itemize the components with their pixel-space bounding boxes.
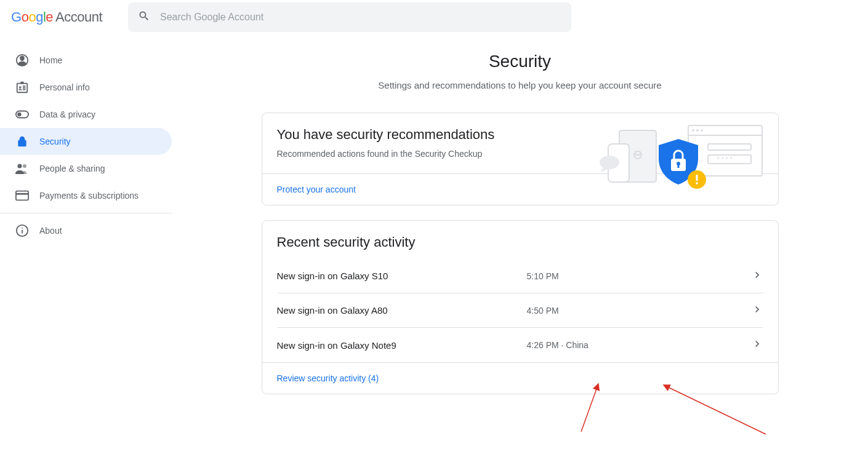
svg-point-22 [692,129,694,132]
svg-point-32 [600,156,619,169]
activity-description: New sign-in on Galaxy S10 [277,271,527,281]
review-activity-link[interactable]: Review security activity (4) [277,373,379,383]
svg-rect-15 [16,191,28,201]
credit-card-icon [15,188,30,203]
svg-point-23 [696,129,699,132]
activity-title: Recent security activity [277,234,763,250]
sidebar-item-label: Data & privacy [39,109,95,119]
svg-point-10 [17,113,21,116]
sidebar-item-label: Security [39,137,71,146]
google-account-logo[interactable]: Google Account [11,9,102,25]
app-header: Google Account [0,0,868,34]
page-title: Security [489,52,551,71]
svg-text:****: **** [717,156,734,163]
chevron-right-icon [751,338,763,352]
sidebar-item-security[interactable]: Security [0,128,172,155]
activity-timestamp: 4:50 PM [527,306,751,316]
people-icon [15,161,30,176]
sidebar-item-label: About [39,226,62,236]
svg-point-24 [701,129,703,132]
sidebar-divider [0,213,172,213]
info-icon [15,223,30,238]
toggle-icon [15,107,30,122]
search-icon [138,10,150,25]
sidebar-item-label: People & sharing [39,164,105,173]
sidebar-item-about[interactable]: About [0,217,172,244]
activity-timestamp: 4:26 PM · China [527,340,751,350]
sidebar-item-personal-info[interactable]: Personal info [0,74,172,101]
sidebar-item-label: Personal info [39,82,90,92]
activity-row[interactable]: New sign-in on Galaxy S10 5:10 PM [277,259,763,293]
sidebar-item-payments[interactable]: Payments & subscriptions [0,182,172,209]
svg-point-19 [22,228,23,229]
svg-point-5 [19,86,22,89]
sidebar-item-label: Payments & subscriptions [39,191,139,201]
svg-rect-4 [20,82,24,84]
sidebar-item-home[interactable]: Home [0,47,172,74]
activity-description: New sign-in on Galaxy A80 [277,305,527,316]
id-card-icon [15,80,30,95]
svg-point-38 [696,182,698,185]
main-content: Security Settings and recommendations to… [172,34,868,449]
svg-point-13 [18,164,22,169]
svg-rect-37 [696,175,697,181]
svg-point-2 [20,57,24,61]
svg-point-14 [23,164,26,168]
svg-rect-35 [677,164,679,168]
security-illustration: **** [579,122,763,198]
sidebar-item-label: Home [39,55,62,65]
sidebar-item-data-privacy[interactable]: Data & privacy [0,101,172,128]
recent-activity-card: Recent security activity New sign-in on … [262,220,779,394]
home-icon [15,53,30,68]
search-input[interactable] [160,12,561,23]
lock-icon [15,134,30,149]
activity-row[interactable]: New sign-in on Galaxy A80 4:50 PM [277,293,763,328]
svg-rect-3 [17,84,28,93]
search-bar[interactable] [128,2,571,32]
security-recommendations-card: You have security recommendations Recomm… [262,113,779,205]
activity-row[interactable]: New sign-in on Galaxy Note9 4:26 PM · Ch… [277,328,763,362]
sidebar: Home Personal info Data & privacy Securi… [0,34,172,449]
brand-product: Account [55,9,102,25]
chevron-right-icon [751,303,763,318]
sidebar-item-people-sharing[interactable]: People & sharing [0,155,172,182]
svg-point-12 [22,142,23,144]
protect-account-link[interactable]: Protect your account [277,185,356,194]
chevron-right-icon [751,269,763,284]
activity-description: New sign-in on Galaxy Note9 [277,340,527,351]
activity-timestamp: 5:10 PM [527,271,751,281]
page-subtitle: Settings and recommendations to help you… [378,80,661,90]
